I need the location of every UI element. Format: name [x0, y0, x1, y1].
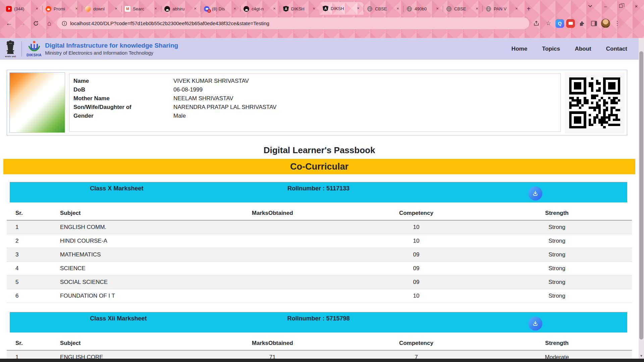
tab-diksha-active[interactable]: DIKSH ×: [319, 2, 364, 15]
github-favicon-icon: [164, 6, 170, 12]
page-viewport: सत्यमेव जयते DIKSHA Digital Infrastructu…: [0, 38, 639, 362]
tab-close-icon[interactable]: ×: [311, 6, 317, 11]
section-banner: Co-Curricular: [3, 159, 635, 174]
tab-reddit[interactable]: Promi ×: [42, 3, 82, 15]
tab-cbse-2[interactable]: CBSE ×: [443, 3, 482, 15]
horizontal-scrollbar[interactable]: [0, 359, 644, 362]
close-window-button[interactable]: ×: [629, 0, 644, 12]
detail-row: Gender Male: [73, 113, 560, 119]
angular-favicon-icon: [323, 6, 328, 11]
tab-download-site[interactable]: downl ×: [82, 3, 121, 15]
tab-close-icon[interactable]: ×: [113, 6, 119, 11]
tab-title: c4gt-n: [252, 6, 269, 11]
profile-details: Name VIVEK KUMAR SHRIVASTAV DoB 06-08-19…: [69, 73, 561, 132]
tab-title: downl: [93, 6, 111, 11]
tab-diksha-1[interactable]: DIKSH ×: [280, 3, 319, 15]
tab-title: abhiru: [172, 6, 190, 11]
github-favicon-icon: [244, 6, 249, 12]
competency-cell: 09: [351, 276, 482, 289]
tab-discord[interactable]: 8 (8) Dis ×: [201, 3, 240, 15]
tab-search-chevron-icon[interactable]: [582, 0, 598, 12]
header-nav: Home Topics About Contact: [512, 46, 627, 52]
home-button[interactable]: ⌂: [44, 18, 55, 29]
tab-close-icon[interactable]: ×: [74, 6, 79, 11]
brand-title: Digital Infrastructure for knowledge Sha…: [45, 42, 178, 49]
tab-close-icon[interactable]: ×: [153, 6, 158, 11]
address-bar[interactable]: localhost:4200/DLP?code=f57d1eb0b55c2b23…: [57, 17, 529, 29]
download-button[interactable]: [528, 316, 542, 330]
column-header: Strength: [482, 337, 632, 350]
tab-title: Promi: [54, 6, 71, 11]
vertical-scrollbar[interactable]: ▼: [639, 38, 644, 359]
tab-close-icon[interactable]: ×: [395, 6, 400, 11]
detail-value: 06-08-1999: [173, 86, 203, 93]
detail-row: Son/Wife/Daughter of NARENDRA PRATAP LAL…: [73, 104, 560, 111]
q-extension-icon[interactable]: Q: [555, 19, 564, 28]
header-divider: [21, 41, 22, 57]
tab-close-icon[interactable]: ×: [356, 6, 361, 11]
detail-label: Mother Name: [73, 95, 173, 102]
sr-cell: 5: [7, 276, 57, 289]
tab-title: Searc: [133, 6, 151, 11]
nav-home-link[interactable]: Home: [512, 46, 527, 52]
tab-close-icon[interactable]: ×: [272, 6, 277, 11]
tab-close-icon[interactable]: ×: [34, 6, 40, 11]
video-extension-icon[interactable]: [566, 19, 575, 28]
sr-cell: 2: [7, 234, 57, 248]
tab-close-icon[interactable]: ×: [435, 6, 440, 11]
back-button[interactable]: ←: [3, 18, 15, 29]
browser-menu-icon[interactable]: ⋮: [612, 18, 622, 28]
competency-cell: 09: [351, 262, 482, 276]
discord-favicon-icon: 8: [204, 6, 210, 12]
detail-label: Gender: [73, 113, 173, 119]
tab-gmail-search[interactable]: Searc ×: [121, 3, 161, 15]
tab-close-icon[interactable]: ×: [474, 6, 480, 11]
tab-close-icon[interactable]: ×: [514, 6, 519, 11]
forward-button[interactable]: →: [17, 18, 28, 29]
tab-close-icon[interactable]: ×: [193, 6, 198, 11]
restore-button[interactable]: [613, 0, 629, 12]
extensions-puzzle-icon[interactable]: [577, 18, 587, 28]
url-text[interactable]: localhost:4200/DLP?code=f57d1eb0b55c2b23…: [70, 20, 269, 26]
tab-490b0[interactable]: 490b0 ×: [403, 3, 443, 15]
scrollbar-thumb[interactable]: [639, 51, 643, 340]
national-emblem-icon: सत्यमेव जयते: [3, 39, 17, 59]
nav-topics-link[interactable]: Topics: [542, 46, 560, 52]
tab-pan[interactable]: PAN V ×: [482, 3, 522, 15]
strength-cell: Strong: [482, 276, 632, 289]
tab-github-c4gt[interactable]: c4gt-n ×: [240, 3, 280, 15]
subject-cell: MATHEMATICS: [57, 248, 194, 262]
nav-about-link[interactable]: About: [575, 46, 591, 52]
tab-youtube[interactable]: (344) ×: [3, 3, 42, 15]
scrollbar-down-arrow-icon[interactable]: ▼: [639, 353, 644, 359]
nav-contact-link[interactable]: Contact: [606, 46, 627, 52]
column-header: Sr.: [7, 337, 57, 350]
minimize-button[interactable]: –: [598, 0, 613, 12]
side-panel-icon[interactable]: [589, 18, 599, 28]
strength-cell: Strong: [482, 234, 632, 248]
tab-github-abhiru[interactable]: abhiru ×: [161, 3, 201, 15]
download-button[interactable]: [528, 186, 542, 200]
sr-cell: 4: [7, 262, 57, 276]
reload-button[interactable]: [30, 18, 42, 29]
share-icon[interactable]: [531, 18, 541, 28]
column-header: Subject: [57, 337, 194, 350]
tab-title: 490b0: [415, 6, 432, 11]
profile-card: Name VIVEK KUMAR SHRIVASTAV DoB 06-08-19…: [7, 70, 627, 135]
marks-cell: [194, 220, 351, 234]
subject-cell: HINDI COURSE-A: [57, 234, 194, 248]
profile-avatar[interactable]: [601, 19, 610, 28]
bookmark-star-icon[interactable]: ☆: [543, 18, 553, 28]
brand-subtitle: Ministry of Electronics and Information …: [45, 50, 178, 56]
column-header: MarksObtained: [194, 206, 351, 220]
column-header: MarksObtained: [194, 337, 351, 350]
column-header: Subject: [57, 206, 194, 220]
tab-cbse-1[interactable]: CBSE ×: [364, 3, 403, 15]
gmail-favicon-icon: [125, 6, 130, 12]
tab-title: (8) Dis: [212, 6, 230, 11]
page-info-icon[interactable]: [62, 21, 67, 26]
tab-title: DIKSH: [331, 6, 353, 11]
tab-title: (344): [14, 6, 32, 11]
new-tab-button[interactable]: +: [524, 4, 533, 13]
tab-close-icon[interactable]: ×: [232, 6, 237, 11]
